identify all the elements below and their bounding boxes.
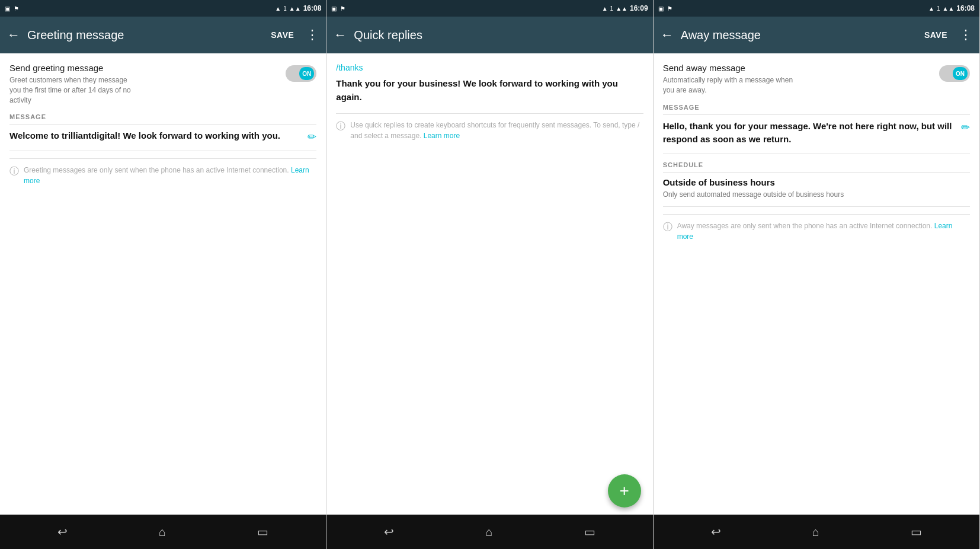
header-greeting: ← Greeting message SAVE ⋮: [0, 17, 326, 53]
status-icons-right-quick: ▲ 1 ▲▲ 16:09: [602, 4, 648, 12]
message-block-away: Hello, thank you for your message. We're…: [663, 120, 970, 146]
info-icon-quick: ⓘ: [336, 120, 345, 133]
info-text-content-away: Away messages are only sent when the pho…: [677, 222, 933, 230]
nav-recents-icon-away[interactable]: ▭: [911, 525, 922, 539]
toggle-title-away: Send away message: [663, 63, 793, 73]
status-bar-away: ▣ ⚑ ▲ 1 ▲▲ 16:08: [654, 0, 979, 17]
toggle-on-label-greeting: ON: [299, 67, 314, 80]
screenshot-icon-quick: ▣: [331, 5, 337, 12]
nav-back-icon-away[interactable]: ↩: [711, 525, 721, 539]
toggle-row-greeting: Send greeting message Greet customers wh…: [9, 63, 316, 105]
edit-icon-greeting[interactable]: ✏: [308, 130, 316, 143]
back-button-quick[interactable]: ←: [334, 27, 347, 43]
toggle-desc-greeting: Greet customers when they message you th…: [9, 75, 140, 105]
nav-recents-icon-greeting[interactable]: ▭: [257, 525, 268, 539]
message-text-greeting: Welcome to trilliantdigital! We look for…: [9, 129, 303, 143]
toggle-text-away: Send away message Automatically reply wi…: [663, 63, 793, 95]
content-greeting: Send greeting message Greet customers wh…: [0, 53, 326, 515]
quick-replies-screen: ▣ ⚑ ▲ 1 ▲▲ 16:09 ← Quick replies /thanks…: [326, 0, 653, 549]
nav-bar-quick: ↩ ⌂ ▭: [326, 515, 652, 549]
flag-icon: ⚑: [14, 5, 19, 12]
status-icons-right-away: ▲ 1 ▲▲ 16:08: [928, 4, 975, 12]
away-screen: ▣ ⚑ ▲ 1 ▲▲ 16:08 ← Away message SAVE ⋮ S…: [654, 0, 980, 549]
toggle-desc-away: Automatically reply with a message when …: [663, 75, 793, 95]
time-display-quick: 16:09: [630, 4, 648, 12]
back-button-away[interactable]: ←: [661, 27, 674, 43]
save-button-away[interactable]: SAVE: [924, 30, 947, 40]
screenshot-icon: ▣: [5, 5, 10, 12]
nav-back-icon-greeting[interactable]: ↩: [57, 525, 68, 539]
flag-icon-away: ⚑: [667, 5, 672, 12]
section-label-message-away: MESSAGE: [663, 104, 970, 115]
toggle-switch-away[interactable]: ON: [939, 65, 970, 82]
info-text-quick: Use quick replies to create keyboard sho…: [350, 120, 643, 141]
schedule-title: Outside of business hours: [663, 177, 970, 187]
screenshot-icon-away: ▣: [658, 5, 664, 12]
info-text-content-quick: Use quick replies to create keyboard sho…: [350, 121, 639, 140]
nav-home-icon-quick[interactable]: ⌂: [485, 525, 492, 539]
message-text-away: Hello, thank you for your message. We're…: [663, 120, 956, 146]
nav-bar-greeting: ↩ ⌂ ▭: [0, 515, 326, 549]
signal2-icon: ▲▲: [289, 5, 301, 12]
back-button[interactable]: ←: [7, 27, 20, 43]
info-text-greeting: Greeting messages are only sent when the…: [24, 165, 316, 186]
signal-icon-quick: 1: [610, 5, 614, 12]
toggle-text-greeting: Send greeting message Greet customers wh…: [9, 63, 140, 105]
signal2-icon-away: ▲▲: [942, 5, 954, 12]
flag-icon-quick: ⚑: [340, 5, 345, 12]
page-title-away: Away message: [681, 28, 917, 42]
signal-icon: 1: [283, 5, 287, 12]
toggle-track-greeting[interactable]: ON: [286, 65, 316, 82]
save-button-greeting[interactable]: SAVE: [271, 30, 294, 40]
toggle-row-away: Send away message Automatically reply wi…: [663, 63, 970, 95]
edit-icon-away[interactable]: ✏: [961, 121, 970, 134]
status-icons-left-away: ▣ ⚑: [658, 5, 672, 12]
menu-button-greeting[interactable]: ⋮: [306, 27, 319, 43]
info-icon-greeting: ⓘ: [9, 165, 19, 178]
header-quick: ← Quick replies: [326, 17, 652, 53]
toggle-on-label-away: ON: [953, 67, 968, 80]
signal2-icon-quick: ▲▲: [616, 5, 627, 12]
quick-reply-message: Thank you for your business! We look for…: [336, 77, 643, 104]
wifi-icon-quick: ▲: [602, 5, 608, 12]
status-bar-quick: ▣ ⚑ ▲ 1 ▲▲ 16:09: [326, 0, 652, 17]
shortcut-label: /thanks: [336, 63, 643, 72]
time-display: 16:08: [303, 4, 322, 12]
nav-back-icon-quick[interactable]: ↩: [384, 525, 394, 539]
wifi-icon-away: ▲: [928, 5, 934, 12]
info-row-quick: ⓘ Use quick replies to create keyboard s…: [336, 113, 643, 141]
divider-greeting: [9, 151, 316, 151]
schedule-desc: Only send automated message outside of b…: [663, 190, 970, 200]
menu-button-away[interactable]: ⋮: [959, 27, 972, 43]
toggle-switch-greeting[interactable]: ON: [286, 65, 316, 82]
info-icon-away: ⓘ: [663, 221, 672, 234]
nav-home-icon-greeting[interactable]: ⌂: [159, 525, 166, 539]
nav-home-icon-away[interactable]: ⌂: [812, 525, 819, 539]
status-bar-greeting: ▣ ⚑ ▲ 1 ▲▲ 16:08: [0, 0, 326, 17]
time-display-away: 16:08: [956, 4, 975, 12]
toggle-track-away[interactable]: ON: [939, 65, 970, 82]
nav-recents-icon-quick[interactable]: ▭: [584, 525, 595, 539]
content-quick: /thanks Thank you for your business! We …: [326, 53, 652, 515]
info-row-away: ⓘ Away messages are only sent when the p…: [663, 214, 970, 242]
section-label-schedule: SCHEDULE: [663, 161, 970, 173]
learn-more-link-quick[interactable]: Learn more: [424, 132, 460, 140]
divider-away-2: [663, 206, 970, 207]
toggle-title-greeting: Send greeting message: [9, 63, 140, 73]
content-away: Send away message Automatically reply wi…: [654, 53, 979, 515]
section-label-message-greeting: MESSAGE: [9, 113, 316, 125]
signal-icon-away: 1: [937, 5, 940, 12]
status-icons-left-quick: ▣ ⚑: [331, 5, 345, 12]
status-icons-right: ▲ 1 ▲▲ 16:08: [275, 4, 321, 12]
info-text-content-greeting: Greeting messages are only sent when the…: [24, 166, 289, 174]
wifi-icon: ▲: [275, 5, 281, 12]
info-row-greeting: ⓘ Greeting messages are only sent when t…: [9, 158, 316, 186]
fab-button[interactable]: +: [608, 474, 641, 507]
message-block-greeting: Welcome to trilliantdigital! We look for…: [9, 129, 316, 143]
greeting-screen: ▣ ⚑ ▲ 1 ▲▲ 16:08 ← Greeting message SAVE…: [0, 0, 326, 549]
header-away: ← Away message SAVE ⋮: [654, 17, 979, 53]
nav-bar-away: ↩ ⌂ ▭: [654, 515, 979, 549]
divider-away-1: [663, 154, 970, 154]
page-title-greeting: Greeting message: [27, 28, 264, 42]
status-icons-left: ▣ ⚑: [5, 5, 19, 12]
